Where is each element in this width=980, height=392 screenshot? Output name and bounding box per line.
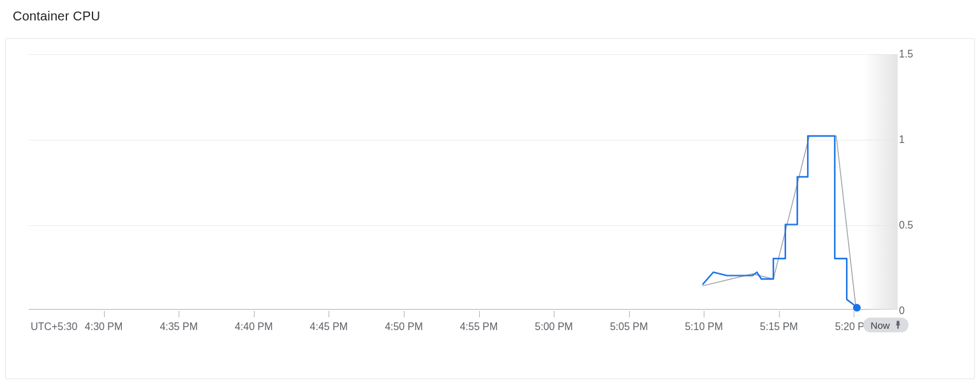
x-axis-labels: UTC+5:30 4:30 PM4:35 PM4:40 PM4:45 PM4:5…	[29, 321, 898, 336]
timezone-label: UTC+5:30	[31, 321, 77, 333]
pin-icon	[894, 320, 902, 330]
x-tick	[479, 311, 480, 317]
x-tick-label: 4:45 PM	[310, 321, 348, 333]
x-tick	[554, 311, 554, 317]
x-tick-label: 5:00 PM	[535, 321, 573, 333]
x-tick	[254, 311, 255, 317]
y-tick-label: 1.5	[899, 49, 924, 60]
x-tick-label: 4:35 PM	[160, 321, 198, 333]
now-chip[interactable]: Now	[863, 318, 909, 333]
chart-title: Container CPU	[13, 9, 100, 24]
x-tick	[704, 311, 704, 317]
y-tick-label: 1	[899, 134, 924, 146]
x-tick-label: 5:05 PM	[610, 321, 648, 333]
x-tick-label: 4:50 PM	[385, 321, 423, 333]
x-tick	[854, 311, 854, 317]
x-tick-label: 4:55 PM	[460, 321, 498, 333]
y-tick-label: 0	[899, 305, 924, 317]
x-tick	[179, 311, 179, 317]
x-tick-label: 5:10 PM	[685, 321, 723, 333]
x-tick	[104, 311, 105, 317]
x-tick	[404, 311, 405, 317]
x-tick	[329, 311, 329, 317]
chart-panel: 00.511.5 UTC+5:30 4:30 PM4:35 PM4:40 PM4…	[5, 38, 975, 379]
x-tick-label: 5:15 PM	[760, 321, 798, 333]
x-tick-label: 4:40 PM	[235, 321, 273, 333]
y-tick-label: 0.5	[899, 220, 924, 231]
series-cpu-trend	[703, 136, 856, 306]
x-tick	[629, 311, 630, 317]
now-marker-dot	[853, 304, 861, 312]
x-tick	[779, 311, 780, 317]
x-axis-ticks	[29, 311, 898, 317]
plot-area[interactable]	[29, 54, 898, 310]
chart-card: Container CPU 00.511.5 UTC+5:30 4:30 PM4…	[0, 0, 980, 392]
series-layer	[29, 54, 898, 310]
y-axis-labels: 00.511.5	[899, 54, 924, 310]
x-tick-label: 4:30 PM	[85, 321, 123, 333]
now-chip-label: Now	[871, 320, 890, 331]
